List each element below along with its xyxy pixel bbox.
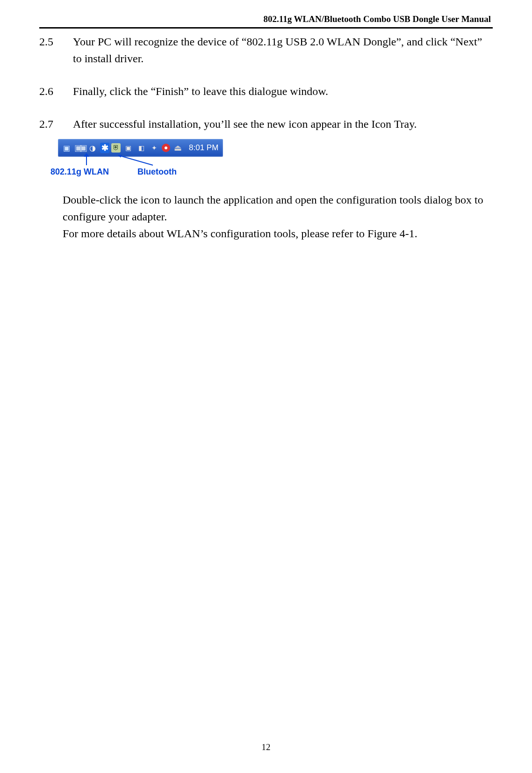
- arrow-line-icon: [86, 156, 87, 165]
- header-title: 802.11g WLAN/Bluetooth Combo USB Dongle …: [39, 14, 493, 27]
- tray-clock[interactable]: 8:01 PM: [189, 143, 218, 153]
- header-rule: [39, 27, 493, 29]
- bluetooth-label: Bluetooth: [137, 167, 177, 177]
- step-text: Your PC will recognize the device of “80…: [73, 33, 493, 67]
- paragraph-1: Double-click the icon to launch the appl…: [63, 191, 488, 225]
- bluetooth-icon[interactable]: ✱: [100, 143, 109, 153]
- alert-icon[interactable]: ●: [162, 144, 170, 152]
- step-number: 2.5: [39, 33, 73, 67]
- step-2-7: 2.7 After successful installation, you’l…: [39, 116, 493, 132]
- network-icon[interactable]: ▣: [122, 142, 134, 153]
- svg-line-0: [120, 156, 153, 165]
- paragraph-2: For more details about WLAN’s configurat…: [63, 225, 488, 242]
- page-number: 12: [0, 742, 532, 752]
- step-text: After successful installation, you’ll se…: [73, 116, 493, 132]
- step-number: 2.7: [39, 116, 73, 132]
- step-text: Finally, click the “Finish” to leave thi…: [73, 83, 493, 100]
- arrow-diagonal-icon: [118, 155, 155, 166]
- wlan-label: 802.11g WLAN: [50, 167, 109, 177]
- wlan-tray-icon[interactable]: ▣: [61, 142, 72, 153]
- system-tray: ▣ ▣▣ ◑ ✱ ⛨ ▣ ◧ ✦ ● ⏏ 8:01 PM: [58, 139, 223, 157]
- antivirus-icon[interactable]: ✦: [149, 142, 160, 153]
- shield-icon[interactable]: ⛨: [111, 143, 121, 153]
- volume-icon[interactable]: ◑: [87, 142, 98, 153]
- step-2-5: 2.5 Your PC will recognize the device of…: [39, 33, 493, 67]
- step-2-6: 2.6 Finally, click the “Finish” to leave…: [39, 83, 493, 100]
- network-icon-2[interactable]: ◧: [136, 142, 147, 153]
- dual-monitor-icon[interactable]: ▣▣: [74, 142, 85, 153]
- step-number: 2.6: [39, 83, 73, 100]
- safely-remove-icon[interactable]: ⏏: [172, 142, 183, 153]
